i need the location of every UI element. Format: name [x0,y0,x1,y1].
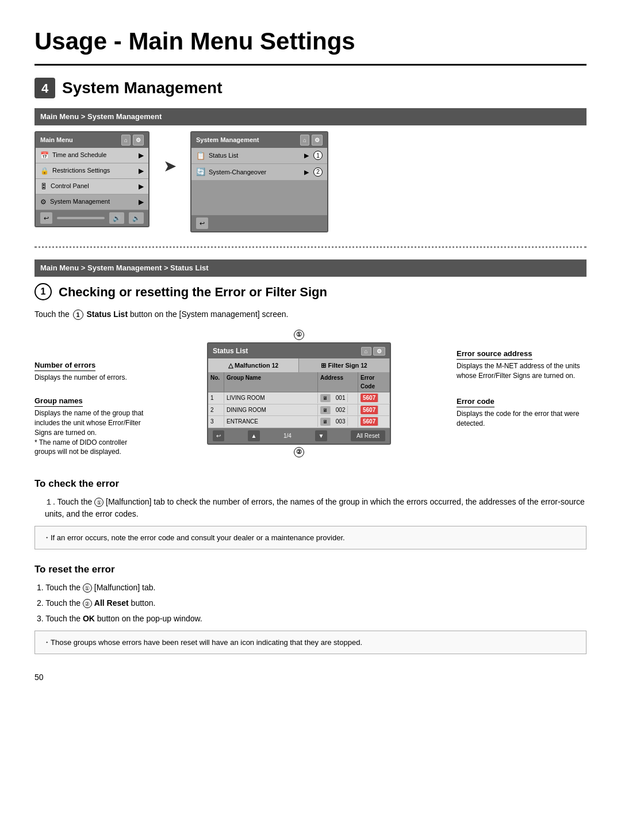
system-icon: ⚙ [40,197,47,207]
circle-1-step: ① [94,498,103,507]
group-names-annotation: Group names Displays the name of the gro… [34,394,150,457]
status-list-screen-title: Status List [213,346,248,356]
error-source-annotation: Error source address Displays the M-NET … [457,347,586,381]
error-badge-3: 5607 [361,417,378,426]
status-list-label: Status List [209,151,238,161]
menu-item-system-label: System Management [50,197,110,207]
status-list-arrow: ▶ [304,151,309,161]
arrow-icon: ▶ [139,150,144,161]
main-menu-title: Main Menu [40,135,73,145]
check-error-title: To check the error [34,476,586,491]
row1-no: 1 [208,392,224,403]
screens-diagram: Main Menu ⌂ ⚙ 📅 Time and Schedule ▶ 🔒 Re… [34,131,586,233]
col-no: No. [208,372,224,392]
row1-addr: 🖥 001 [318,392,358,404]
num-errors-annotation: Number of errors Displays the number of … [34,358,150,383]
error-badge-2: 5607 [361,406,378,414]
error-code-label: Error code [457,396,494,408]
check-error-steps: Touch the ① [Malfunction] tab to check t… [34,496,586,520]
system-back-bar: ↩ [191,215,327,232]
system-header-icons: ⌂ ⚙ [300,135,323,146]
reset-error-steps: 1. Touch the ① [Malfunction] tab. 2. Tou… [34,582,586,625]
down-footer-btn[interactable]: ▼ [315,430,328,441]
status-settings-icon: ⚙ [373,347,385,356]
row1-group: LIVING ROOM [224,392,318,403]
error-source-label: Error source address [457,348,532,360]
back-bar: ↩ 🔊 🔈 [36,210,148,227]
settings-icon: ⚙ [133,135,144,146]
menu-item-control: 🎛 Control Panel ▶ [36,179,148,194]
arrow-icon-2: ▶ [139,166,144,176]
screens-arrow: ➤ [163,154,177,178]
circle-1-reset: ① [83,583,92,593]
status-home-icon: ⌂ [361,347,371,356]
filter-count: 12 [361,362,367,369]
left-annotations: Number of errors Displays the number of … [34,330,150,465]
menu-item-control-label: Control Panel [51,181,89,191]
right-annotations: Error source address Displays the M-NET … [448,330,586,465]
changeover-label: System-Changeover [209,167,266,177]
item1-circle: 1 [313,151,323,160]
filter-label: Filter Sign [328,362,361,369]
malfunction-count: 12 [272,362,278,369]
row2-addr: 🖥 002 [318,404,358,416]
time-icon: 📅 [40,150,49,161]
circle-1-diagram: ① [294,330,304,340]
row3-group: ENTRANCE [224,416,318,427]
status-list-icons: ⌂ ⚙ [361,346,385,356]
addr-icon-3: 🖥 [320,418,331,426]
filter-sign-tab[interactable]: ⊞ Filter Sign 12 [299,358,390,373]
main-menu-screen: Main Menu ⌂ ⚙ 📅 Time and Schedule ▶ 🔒 Re… [34,131,150,228]
addr-icon-2: 🖥 [320,406,331,414]
arrow-icon-4: ▶ [139,197,144,207]
all-reset-btn[interactable]: All Reset [351,430,385,441]
back-footer-btn[interactable]: ↩ [213,430,224,441]
subsection-heading: 1 Checking or resetting the Error or Fil… [34,282,586,301]
status-screen-wrap: ① Status List ⌂ ⚙ △ Malfunction 12 ⊞ Fil… [150,330,448,465]
error-badge-1: 5607 [361,394,378,402]
changeover-arrow: ▶ [304,167,309,177]
addr-icon-1: 🖥 [320,394,331,402]
back-button[interactable]: ↩ [40,212,52,224]
home-icon: ⌂ [121,135,131,146]
col-addr: Address [318,372,358,392]
section-divider [34,246,586,248]
row2-code: 5607 [358,404,390,415]
group-names-label: Group names [34,395,83,407]
diagram-area: Number of errors Displays the number of … [34,330,586,465]
row3-code: 5607 [358,416,390,427]
error-code-text: Displays the code for the error that wer… [457,409,586,429]
malfunction-icon: △ [228,362,233,369]
arrow-icon-3: ▶ [139,181,144,192]
item2-circle: 2 [313,167,323,177]
group-names-text: Displays the name of the group that incl… [34,408,150,457]
reset-error-info: Those groups whose errors have been rese… [34,631,586,655]
check-error-section: To check the error Touch the ① [Malfunct… [34,476,586,549]
section-title: System Management [62,76,223,100]
table-row: 2 DINING ROOM 🖥 002 5607 [208,404,390,417]
back-button-2[interactable]: ↩ [196,217,208,230]
changeover-icon: 🔄 [196,166,205,178]
malfunction-tab[interactable]: △ Malfunction 12 [208,358,299,373]
col-headers: No. Group Name Address Error Code [208,372,390,392]
system-mgmt-title: System Management [196,135,259,145]
vol-up-icon: 🔈 [129,212,144,224]
subsection-title: Checking or resetting the Error or Filte… [59,282,327,301]
system-mgmt-header: System Management ⌂ ⚙ [191,132,327,148]
section-heading: 4 System Management [34,76,586,100]
check-error-info: If an error occurs, note the error code … [34,526,586,550]
page-title: Usage - Main Menu Settings [34,23,586,66]
up-footer-btn[interactable]: ▲ [248,430,260,441]
subsection-desc: Touch the 1 Status List button on the [S… [34,308,586,320]
control-icon: 🎛 [40,181,47,192]
menu-item-system: ⚙ System Management ▶ [36,194,148,210]
error-code-annotation: Error code Displays the code for the err… [457,395,586,429]
breadcrumb-main-menu: Main Menu > System Management [34,108,586,125]
status-list-screen: Status List ⌂ ⚙ △ Malfunction 12 ⊞ Filte… [207,342,391,445]
filter-icon: ⊞ [321,362,326,369]
malfunction-label: Malfunction [235,362,272,369]
row3-no: 3 [208,416,224,427]
breadcrumb-status-list: Main Menu > System Management > Status L… [34,259,586,277]
status-list-link: Status List [87,310,128,319]
error-source-text: Displays the M-NET address of the units … [457,361,586,381]
